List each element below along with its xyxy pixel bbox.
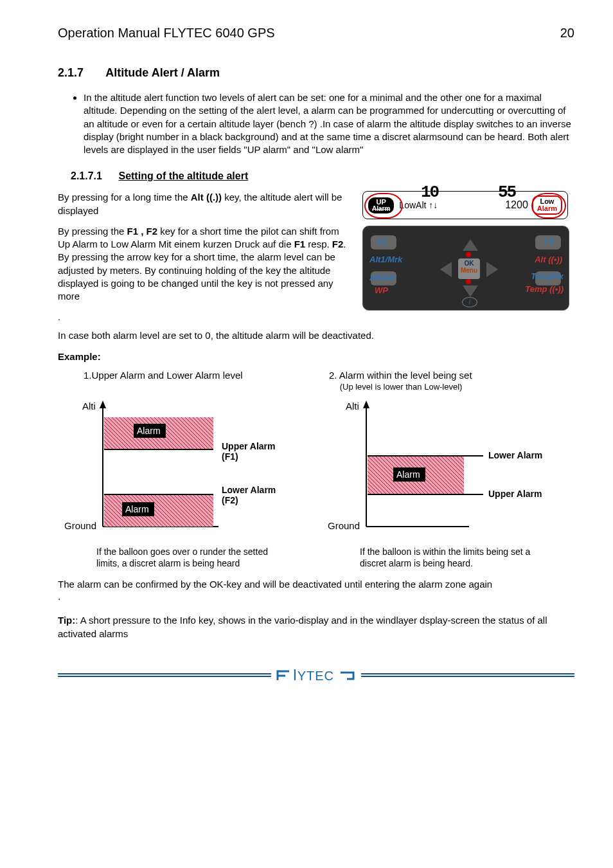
- section-title: Altitude Alert / Alarm: [105, 66, 220, 79]
- info-button[interactable]: i: [462, 297, 477, 307]
- upper-alarm-label: Upper Alarm: [488, 489, 542, 499]
- arrow-left-icon[interactable]: [440, 262, 452, 277]
- chart-1: Alti Ground Alarm Upper Alarm (F1) Alarm…: [58, 398, 308, 569]
- x-baseline-label: Ground: [64, 520, 96, 531]
- y-axis-label: Alti: [346, 401, 359, 411]
- section-number: 2.1.7: [58, 66, 103, 80]
- svg-text:(F1): (F1): [222, 451, 238, 462]
- after-device-text: In case both alarm level are set to 0, t…: [58, 329, 574, 342]
- alt1-label: Alt1/Mrk: [369, 255, 402, 264]
- red-dot-icon: [466, 252, 471, 257]
- svg-marker-2: [100, 401, 106, 408]
- page-footer: lYTEC: [58, 666, 574, 692]
- lcd-display: 10 55 UP Alarm LowAlt ↑↓ 1200 Low Alarm: [362, 191, 568, 219]
- intro-bullet: In the altitude alert function two level…: [84, 91, 574, 156]
- svg-rect-8: [104, 494, 213, 527]
- arrow-down-icon[interactable]: [463, 285, 478, 297]
- lcd-big-right: 55: [498, 183, 515, 202]
- lcd-big-left: 10: [421, 183, 438, 202]
- y-axis-label: Alti: [82, 401, 96, 411]
- para-2: By pressing the F1 , F2 key for a short …: [58, 225, 350, 303]
- arrow-right-icon[interactable]: [486, 262, 498, 277]
- dpad[interactable]: OK Menu: [440, 239, 498, 297]
- chart-2-caption: If the balloon is within the limits bein…: [360, 546, 553, 569]
- device-keypad: F1 F2 Alt1/Mrk Alt ((•)) Alt2▸0 TempRx W…: [362, 226, 569, 311]
- wp-label: WP: [375, 285, 388, 295]
- para-dot: .: [58, 311, 350, 323]
- chart-2: Alti Ground Alarm Lower Alarm Upper Alar…: [321, 398, 572, 569]
- alarm-badge: Alarm: [137, 426, 161, 436]
- x-baseline-label: Ground: [328, 520, 360, 531]
- ok-menu-button[interactable]: OK Menu: [458, 258, 480, 279]
- example-heading: Example:: [58, 351, 574, 362]
- brand-logo: lYTEC: [276, 666, 355, 684]
- highlight-circle-icon: [364, 193, 403, 219]
- alarm-badge: Alarm: [125, 504, 149, 514]
- alt-d-label: Alt ((•)): [535, 255, 562, 264]
- temp-label: Temp ((•)): [525, 284, 564, 294]
- section-heading: 2.1.7 Altitude Alert / Alarm: [58, 66, 574, 80]
- example-label-1: 1.Upper Alarm and Lower Alarm level: [58, 370, 329, 392]
- highlight-circle-icon: [531, 193, 566, 219]
- lower-alarm-label: Lower Alarm: [488, 450, 542, 460]
- example-label-2: 2. Alarm within the level being set (Up …: [329, 370, 574, 392]
- alarm-badge: Alarm: [396, 469, 420, 480]
- chart-1-caption: If the balloon goes over o runder the se…: [96, 546, 289, 569]
- alt2-label: Alt2▸0: [369, 273, 395, 282]
- subsection-number: 2.1.7.1: [71, 170, 116, 182]
- svg-marker-13: [363, 401, 369, 408]
- final-para-1: The alarm can be confirmed by the OK-key…: [58, 578, 574, 591]
- lower-alarm-label: Lower Alarm: [222, 485, 276, 495]
- subsection-title: Setting of the altitude alert: [118, 170, 248, 181]
- final-dot: .: [58, 591, 574, 602]
- temprx-label: TempRx: [531, 271, 564, 281]
- page-title: Operation Manual FLYTEC 6040 GPS: [58, 26, 275, 41]
- svg-text:(F2): (F2): [222, 495, 238, 505]
- device-illustration: 10 55 UP Alarm LowAlt ↑↓ 1200 Low Alarm: [362, 191, 574, 323]
- upper-alarm-label: Upper Alarm: [222, 441, 276, 451]
- arrow-up-icon[interactable]: [463, 239, 478, 251]
- para-1: By pressing for a long time the Alt ((.)…: [58, 191, 350, 217]
- tip-paragraph: Tip:: A short pressure to the Info key, …: [58, 614, 574, 640]
- red-dot-icon: [466, 279, 471, 284]
- page-number: 20: [560, 26, 574, 41]
- f2-label: F2: [545, 237, 555, 246]
- subsection-heading: 2.1.7.1 Setting of the altitude alert: [71, 170, 574, 182]
- f1-label: F1: [377, 237, 387, 246]
